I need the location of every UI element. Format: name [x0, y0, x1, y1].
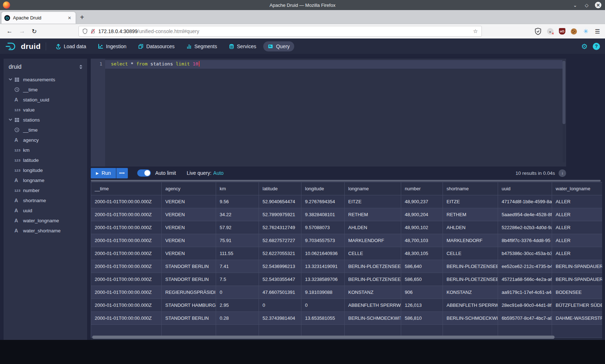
- cell-__time[interactable]: 2000-01-01T00:00:00.000Z: [91, 299, 162, 312]
- cell-uuid[interactable]: ee52ce62-212c-4735-b4: [498, 260, 552, 273]
- schema-column-shortname[interactable]: Ashortname: [4, 195, 87, 205]
- cell-km[interactable]: 57.92: [216, 221, 259, 234]
- schema-column-__time[interactable]: __time: [4, 85, 87, 95]
- cell-water_longname[interactable]: BERLIN-SPANDAUER-S: [552, 273, 602, 286]
- cell-longitude[interactable]: 0: [301, 299, 345, 312]
- cell-water_longname[interactable]: BERLIN-SPANDAUER-S: [552, 260, 602, 273]
- cell-water_longname[interactable]: ALLER: [552, 234, 602, 247]
- editor-code-line[interactable]: select * from stations limit 10: [111, 61, 200, 67]
- cell-longname[interactable]: KONSTANZ: [345, 286, 401, 299]
- cell-latitude[interactable]: 47.6607501391: [259, 286, 301, 299]
- cell-longname[interactable]: BERLIN-SCHMOECKWITZ: [345, 312, 401, 325]
- cell-agency[interactable]: REGIERUNGSPRÄSIDIUM: [162, 286, 216, 299]
- cell-km[interactable]: 111.55: [216, 247, 259, 260]
- download-results-icon[interactable]: ↓: [559, 169, 566, 177]
- tab-close-icon[interactable]: ✕: [66, 15, 73, 21]
- column-header-latitude[interactable]: latitude: [259, 182, 301, 195]
- cell-longname[interactable]: ABBENFLETH SPERRWER: [345, 299, 401, 312]
- back-button[interactable]: ←: [6, 28, 13, 35]
- column-header-agency[interactable]: agency: [162, 182, 216, 195]
- cell-longitude[interactable]: 9.7034557573: [301, 234, 345, 247]
- cell-shortname[interactable]: RETHEM: [443, 208, 498, 221]
- cell-number[interactable]: 48,300,105: [401, 247, 443, 260]
- cell-water_longname[interactable]: ALLER: [552, 208, 602, 221]
- cell-uuid[interactable]: 47174d8f-1b8e-4599-8a: [498, 195, 552, 208]
- cell-km[interactable]: 2.95: [216, 299, 259, 312]
- window-close-icon[interactable]: ✕: [595, 2, 601, 8]
- schema-column-latitude[interactable]: 123latitude: [4, 155, 87, 165]
- run-more-button[interactable]: •••: [116, 168, 128, 178]
- cell-latitude[interactable]: 52.5430355447: [259, 273, 301, 286]
- schema-table-measurements[interactable]: measurements: [4, 74, 87, 85]
- schema-column-km[interactable]: 123km: [4, 145, 87, 155]
- cell-uuid[interactable]: 45721a68-566c-4e2a-a6: [498, 273, 552, 286]
- schema-column-uuid[interactable]: Auuid: [4, 205, 87, 215]
- cell-number[interactable]: 586,640: [401, 260, 443, 273]
- cell-water_longname[interactable]: DAHME-WASSERSTRAS: [552, 312, 602, 325]
- schema-sort-icon[interactable]: [79, 64, 83, 69]
- forward-button[interactable]: →: [19, 28, 25, 35]
- bookmark-star-icon[interactable]: ☆: [473, 28, 478, 35]
- cell-__time[interactable]: 2000-01-01T00:00:00.000Z: [91, 195, 162, 208]
- cell-__time[interactable]: 2000-01-01T00:00:00.000Z: [91, 260, 162, 273]
- cell-__time[interactable]: 2000-01-01T00:00:00.000Z: [91, 286, 162, 299]
- url-bar[interactable]: 172.18.0.4:30899/unified-console.html#qu…: [79, 26, 482, 37]
- privacy-shield-icon[interactable]: [534, 28, 542, 35]
- cell-uuid[interactable]: 522286e2-b2b3-4d0d-9a: [498, 221, 552, 234]
- cell-shortname[interactable]: BERLIN-SCHMOECKWITZ: [443, 312, 498, 325]
- menu-button[interactable]: ☰: [595, 28, 600, 35]
- cell-km[interactable]: 34.22: [216, 208, 259, 221]
- cell-shortname[interactable]: KONSTANZ: [443, 286, 498, 299]
- cell-uuid[interactable]: 5aaed954-de4e-4528-8f: [498, 208, 552, 221]
- cell-number[interactable]: 48,900,204: [401, 208, 443, 221]
- schema-table-stations[interactable]: stations: [4, 115, 87, 125]
- cell-agency[interactable]: VERDEN: [162, 221, 216, 234]
- cell-latitude[interactable]: 52.7890975921: [259, 208, 301, 221]
- cell-__time[interactable]: 2000-01-01T00:00:00.000Z: [91, 221, 162, 234]
- cell-number[interactable]: 126,013: [401, 299, 443, 312]
- cell-longitude[interactable]: 10.0621640936: [301, 247, 345, 260]
- ublock-origin-icon[interactable]: uO: [559, 28, 565, 35]
- cell-number[interactable]: 906: [401, 286, 443, 299]
- cell-agency[interactable]: STANDORT BERLIN: [162, 260, 216, 273]
- cell-longname[interactable]: RETHEM: [345, 208, 401, 221]
- cell-longitude[interactable]: 13.653581055: [301, 312, 345, 325]
- run-button[interactable]: ▶ Run: [91, 168, 116, 178]
- cell-uuid[interactable]: 28ec91e8-90c0-44d1-8f: [498, 299, 552, 312]
- cell-water_longname[interactable]: ALLER: [552, 221, 602, 234]
- query-editor[interactable]: 1 select * from stations limit 10: [91, 59, 566, 167]
- window-chevron-down-icon[interactable]: ⌄: [572, 2, 578, 8]
- schema-column-water_shortname[interactable]: Awater_shortname: [4, 226, 87, 236]
- cell-latitude[interactable]: 52.6827572727: [259, 234, 301, 247]
- color-asterisk-icon[interactable]: ✳: [582, 28, 590, 35]
- schema-column-value[interactable]: 123value: [4, 105, 87, 115]
- cell-agency[interactable]: STANDORT HAMBURG: [162, 299, 216, 312]
- cell-agency[interactable]: VERDEN: [162, 208, 216, 221]
- column-header-__time[interactable]: __time: [91, 182, 162, 195]
- chevron-down-icon[interactable]: [9, 78, 14, 81]
- cell-longname[interactable]: MARKLENDORF: [345, 234, 401, 247]
- cell-shortname[interactable]: CELLE: [443, 247, 498, 260]
- cell-latitude[interactable]: 52.5436996213: [259, 260, 301, 273]
- nav-item-segments[interactable]: Segments: [182, 41, 221, 51]
- cell-longitude[interactable]: 13.3231419091: [301, 260, 345, 273]
- cell-km[interactable]: 75.91: [216, 234, 259, 247]
- cell-km[interactable]: 0.28: [216, 312, 259, 325]
- new-tab-button[interactable]: +: [80, 13, 84, 22]
- druid-brand[interactable]: druid: [5, 41, 41, 51]
- cell-longitude[interactable]: 9.3828408101: [301, 208, 345, 221]
- auto-limit-toggle[interactable]: [137, 169, 151, 177]
- schema-column-longitude[interactable]: 123longitude: [4, 165, 87, 175]
- pane-splitter[interactable]: [91, 180, 601, 182]
- column-header-km[interactable]: km: [216, 182, 259, 195]
- column-header-number[interactable]: number: [401, 182, 443, 195]
- editor-scrollbar[interactable]: [563, 61, 565, 162]
- cell-uuid[interactable]: aa9179c1-17ef-4c61-a48: [498, 286, 552, 299]
- nav-item-query[interactable]: Query: [263, 41, 294, 51]
- cell-number[interactable]: 48,700,103: [401, 234, 443, 247]
- cell-number[interactable]: 586,650: [401, 273, 443, 286]
- cell-water_longname[interactable]: BODENSEE: [552, 286, 602, 299]
- schema-column-water_longname[interactable]: Awater_longname: [4, 215, 87, 226]
- column-header-longname[interactable]: longname: [345, 182, 401, 195]
- cell-longname[interactable]: CELLE: [345, 247, 401, 260]
